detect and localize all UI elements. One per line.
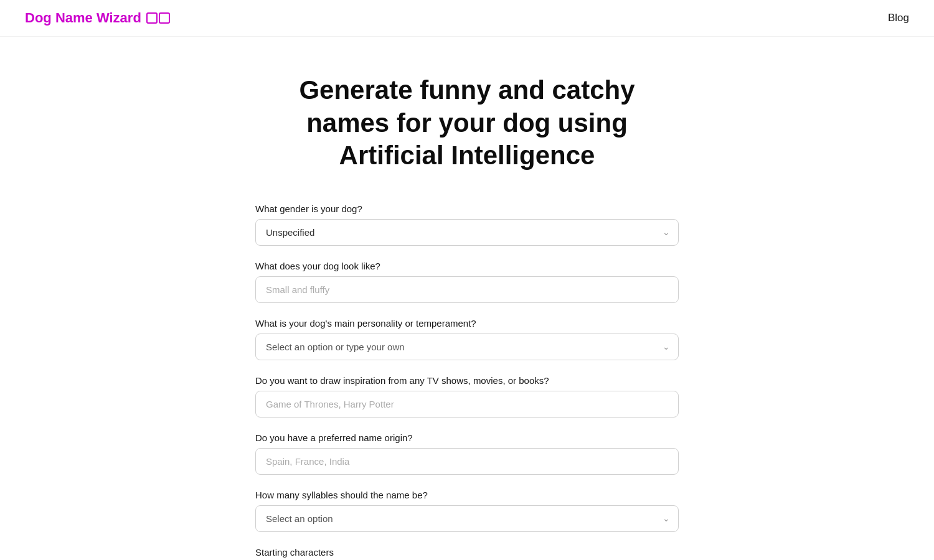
page-title: Generate funny and catchy names for your… bbox=[255, 74, 679, 172]
personality-label: What is your dog's main personality or t… bbox=[255, 318, 679, 329]
main-content: Generate funny and catchy names for your… bbox=[243, 37, 691, 560]
inspiration-label: Do you want to draw inspiration from any… bbox=[255, 375, 679, 386]
inspiration-group: Do you want to draw inspiration from any… bbox=[255, 375, 679, 418]
logo-icon-1 bbox=[146, 12, 158, 24]
syllables-label: How many syllables should the name be? bbox=[255, 490, 679, 500]
gender-select-wrapper: Unspecified Male Female ⌄ bbox=[255, 219, 679, 246]
logo-icon-2 bbox=[159, 12, 170, 24]
inspiration-input[interactable] bbox=[255, 391, 679, 418]
header: Dog Name Wizard Blog bbox=[0, 0, 934, 37]
gender-group: What gender is your dog? Unspecified Mal… bbox=[255, 203, 679, 246]
blog-link[interactable]: Blog bbox=[888, 12, 909, 24]
logo-text: Dog Name Wizard bbox=[25, 10, 141, 26]
origin-input[interactable] bbox=[255, 448, 679, 475]
logo-icons bbox=[146, 12, 170, 24]
starting-chars-group: Starting characters bbox=[255, 547, 679, 561]
starting-chars-label: Starting characters bbox=[255, 547, 679, 558]
syllables-group: How many syllables should the name be? S… bbox=[255, 490, 679, 532]
gender-select[interactable]: Unspecified Male Female bbox=[255, 219, 679, 246]
syllables-select-wrapper: Select an option 1 2 3 4 5+ ⌄ bbox=[255, 505, 679, 532]
syllables-select[interactable]: Select an option 1 2 3 4 5+ bbox=[255, 505, 679, 532]
personality-select-wrapper: Select an option or type your own Playfu… bbox=[255, 334, 679, 360]
gender-label: What gender is your dog? bbox=[255, 203, 679, 214]
logo[interactable]: Dog Name Wizard bbox=[25, 10, 170, 26]
personality-group: What is your dog's main personality or t… bbox=[255, 318, 679, 360]
appearance-group: What does your dog look like? bbox=[255, 261, 679, 303]
personality-select[interactable]: Select an option or type your own Playfu… bbox=[255, 334, 679, 360]
dog-name-form: What gender is your dog? Unspecified Mal… bbox=[255, 203, 679, 561]
appearance-label: What does your dog look like? bbox=[255, 261, 679, 271]
appearance-input[interactable] bbox=[255, 276, 679, 303]
origin-label: Do you have a preferred name origin? bbox=[255, 432, 679, 443]
origin-group: Do you have a preferred name origin? bbox=[255, 432, 679, 475]
